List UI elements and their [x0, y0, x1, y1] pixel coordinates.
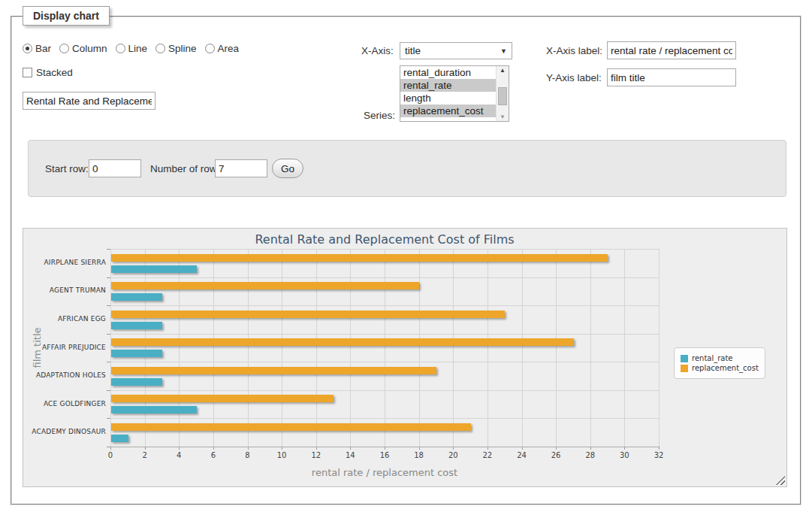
- x-axis-selected-value: title: [405, 45, 500, 56]
- x-gridline: [624, 249, 625, 447]
- category-label: ACADEMY DINOSAUR: [23, 428, 106, 435]
- y-tick: [107, 305, 110, 306]
- bar-rental_rate[interactable]: [111, 350, 162, 357]
- x-gridline: [590, 249, 591, 447]
- x-tick-label: 10: [277, 451, 287, 459]
- x-gridline: [248, 249, 249, 447]
- bar-replacement_cost[interactable]: [111, 311, 505, 318]
- bar-rental_rate[interactable]: [111, 265, 197, 273]
- legend-item-replacement_cost[interactable]: replacement_cost: [681, 364, 759, 372]
- radio-label: Column: [72, 43, 107, 54]
- radio-label: Spline: [168, 43, 197, 54]
- stacked-checkbox-row[interactable]: Stacked: [23, 67, 73, 78]
- category-label: ACE GOLDFINGER: [23, 400, 106, 407]
- legend-item-rental_rate[interactable]: rental_rate: [681, 354, 759, 362]
- chart-type-radio-group: BarColumnLineSplineArea: [23, 43, 247, 54]
- x-gridline: [556, 249, 557, 447]
- x-gridline: [488, 249, 488, 447]
- radio-label: Area: [218, 43, 240, 54]
- x-tick-label: 6: [211, 451, 216, 459]
- x-axis-label-input[interactable]: [607, 41, 736, 59]
- listbox-scrollbar[interactable]: ▲ ▼: [496, 66, 509, 121]
- x-tick-label: 0: [108, 451, 113, 459]
- x-gridline: [282, 249, 282, 447]
- y-axis-label-input[interactable]: [607, 68, 736, 86]
- x-axis-line: [110, 447, 659, 447]
- bar-rental_rate[interactable]: [111, 435, 128, 442]
- x-axis-select-label: X-Axis:: [361, 45, 394, 56]
- x-gridline: [213, 249, 214, 447]
- x-gridline: [419, 249, 420, 447]
- chart-type-radio-bar[interactable]: Bar: [23, 43, 51, 54]
- radio-icon[interactable]: [59, 44, 69, 53]
- scrollbar-thumb[interactable]: [498, 87, 507, 105]
- x-tick-label: 2: [142, 451, 146, 459]
- chart-container: Rental Rate and Replacement Cost of Film…: [23, 228, 787, 487]
- x-tick-label: 28: [585, 451, 595, 459]
- x-gridline: [385, 249, 385, 447]
- x-axis-select[interactable]: title ▼: [400, 42, 512, 59]
- radio-icon[interactable]: [205, 44, 215, 53]
- chart-type-radio-area[interactable]: Area: [205, 43, 240, 54]
- bar-rental_rate[interactable]: [111, 293, 162, 301]
- legend-label: replacement_cost: [692, 364, 759, 372]
- x-tick-label: 14: [346, 451, 355, 459]
- bar-replacement_cost[interactable]: [111, 338, 574, 346]
- scroll-down-icon[interactable]: ▼: [497, 114, 509, 120]
- chart-type-radio-line[interactable]: Line: [116, 43, 148, 54]
- bar-rental_rate[interactable]: [111, 322, 162, 329]
- y-gridline: [110, 249, 659, 250]
- bar-rental_rate[interactable]: [111, 378, 162, 386]
- y-tick: [107, 390, 110, 391]
- scroll-up-icon[interactable]: ▲: [497, 67, 509, 74]
- bar-replacement_cost[interactable]: [111, 423, 471, 431]
- bar-rental_rate[interactable]: [111, 406, 197, 414]
- y-axis-label-label: Y-Axis label:: [546, 72, 602, 83]
- y-tick: [107, 418, 110, 419]
- bar-replacement_cost[interactable]: [111, 282, 419, 289]
- radio-icon[interactable]: [155, 44, 165, 53]
- resize-grip-icon[interactable]: [776, 476, 785, 485]
- bar-replacement_cost[interactable]: [111, 367, 436, 374]
- series-option-length[interactable]: length: [400, 92, 496, 105]
- chart-title-input[interactable]: [23, 92, 155, 110]
- category-label: AIRPLANE SIERRA: [23, 259, 106, 266]
- x-gridline: [316, 249, 317, 447]
- chart-x-axis-title: rental rate / replacement cost: [110, 467, 659, 478]
- y-tick: [107, 334, 110, 335]
- y-gridline: [110, 334, 659, 335]
- x-gridline: [659, 249, 660, 447]
- chart-type-radio-column[interactable]: Column: [59, 43, 107, 54]
- series-options: rental_durationrental_ratelengthreplacem…: [400, 66, 509, 117]
- stacked-checkbox[interactable]: [23, 68, 32, 77]
- x-gridline: [179, 249, 180, 447]
- y-gridline: [110, 418, 659, 419]
- x-gridline: [110, 249, 111, 447]
- series-multiselect[interactable]: rental_durationrental_ratelengthreplacem…: [400, 65, 509, 122]
- x-tick-label: 20: [448, 451, 458, 459]
- row-controls-panel: [28, 140, 786, 197]
- bar-replacement_cost[interactable]: [111, 254, 608, 262]
- y-tick: [107, 249, 110, 250]
- chart-type-radio-spline[interactable]: Spline: [155, 43, 197, 54]
- chevron-down-icon: ▼: [500, 47, 507, 55]
- radio-icon[interactable]: [23, 44, 32, 53]
- legend-label: rental_rate: [692, 354, 733, 362]
- x-axis-label-label: X-Axis label:: [546, 45, 602, 56]
- y-gridline: [110, 362, 659, 362]
- y-tick: [107, 277, 110, 278]
- bar-replacement_cost[interactable]: [111, 395, 334, 402]
- y-gridline: [110, 390, 659, 391]
- x-tick-label: 24: [517, 451, 527, 459]
- series-option-replacement_cost[interactable]: replacement_cost: [400, 105, 496, 117]
- category-label: AFFAIR PREJUDICE: [23, 344, 106, 351]
- fieldset-legend: Display chart: [23, 6, 110, 26]
- series-option-rental_duration[interactable]: rental_duration: [400, 66, 496, 79]
- start-row-input[interactable]: [89, 159, 141, 177]
- series-option-rental_rate[interactable]: rental_rate: [400, 79, 496, 92]
- go-button[interactable]: Go: [272, 159, 303, 178]
- radio-icon[interactable]: [116, 44, 125, 53]
- num-rows-input[interactable]: [215, 159, 267, 177]
- y-gridline: [110, 277, 659, 278]
- series-select-label: Series:: [364, 110, 395, 121]
